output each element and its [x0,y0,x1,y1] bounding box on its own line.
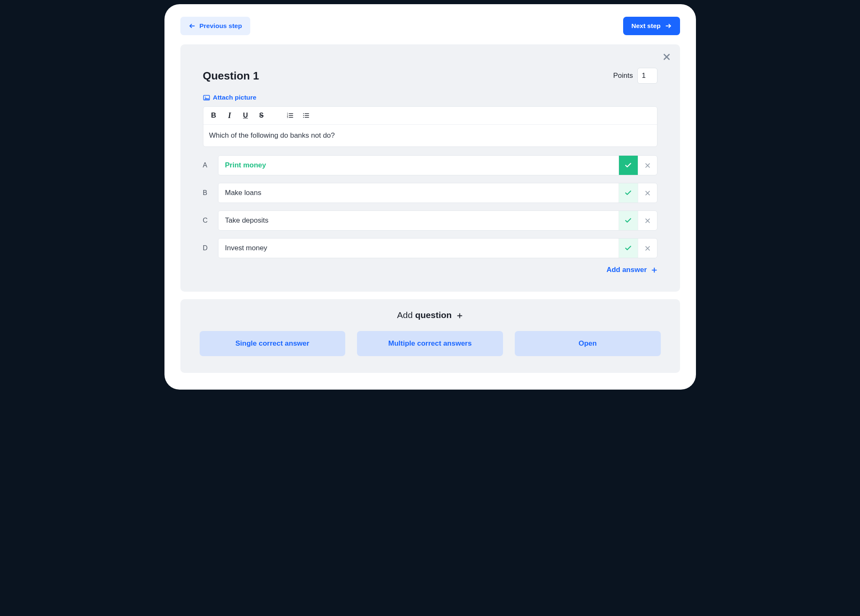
question-panel: Question 1 Points Attach picture B I U S… [180,44,680,292]
question-editor: B I U S 123 Which of the following do ba… [203,106,657,147]
check-icon [624,244,632,252]
next-step-button[interactable]: Next step [623,17,680,35]
add-question-bold: question [415,310,452,320]
add-answer-row: Add answer [203,266,657,274]
strikethrough-button[interactable]: S [257,111,266,120]
delete-answer-button[interactable] [638,211,657,230]
delete-answer-button[interactable] [638,156,657,175]
svg-point-5 [205,96,205,97]
answer-letter: D [203,238,211,258]
mark-correct-button[interactable] [619,211,638,230]
answer-row: D [203,238,657,258]
answer-letter: B [203,183,211,203]
answer-text-input[interactable] [218,239,619,258]
answer-box [218,155,657,175]
arrow-right-icon [665,23,672,29]
attach-picture-label: Attach picture [213,94,257,101]
close-panel-button[interactable] [662,53,671,61]
bold-button[interactable]: B [209,111,218,120]
answer-text-input[interactable] [218,211,619,230]
answer-box [218,210,657,231]
close-icon [644,162,651,169]
points-label: Points [613,72,633,80]
answer-letter: C [203,210,211,231]
add-answer-label: Add answer [606,266,647,274]
plus-icon [457,313,463,319]
plus-icon [651,267,657,273]
answers-list: ABCD [203,155,657,258]
answer-text-input[interactable] [218,156,619,175]
unordered-list-button[interactable] [301,111,311,120]
underline-button[interactable]: U [241,111,250,120]
add-question-prefix: Add [397,310,415,320]
italic-button[interactable]: I [225,111,234,120]
previous-step-button[interactable]: Previous step [180,17,251,35]
check-icon [624,189,632,197]
answer-row: A [203,155,657,175]
top-bar: Previous step Next step [180,17,680,35]
points-group: Points [613,68,657,84]
question-type-button[interactable]: Open [515,331,661,356]
question-type-button[interactable]: Multiple correct answers [357,331,503,356]
points-input[interactable] [637,68,657,84]
svg-point-16 [303,115,304,116]
question-types-row: Single correct answerMultiple correct an… [200,331,661,356]
next-step-label: Next step [632,22,661,30]
question-title: Question 1 [203,69,259,82]
check-icon [624,217,632,224]
app-window: Previous step Next step Question 1 Point… [164,4,696,390]
add-question-button[interactable]: Add question [200,310,661,320]
image-icon [203,94,210,101]
question-header: Question 1 Points [203,68,657,84]
svg-point-15 [303,113,304,114]
close-icon [644,190,651,196]
answer-text-input[interactable] [218,183,619,203]
add-answer-button[interactable]: Add answer [606,266,657,274]
editor-toolbar: B I U S 123 [203,107,657,125]
question-type-button[interactable]: Single correct answer [200,331,346,356]
answer-box [218,238,657,258]
previous-step-label: Previous step [200,22,242,30]
add-question-panel: Add question Single correct answerMultip… [180,299,680,373]
question-text-input[interactable]: Which of the following do banks not do? [203,125,657,146]
delete-answer-button[interactable] [638,239,657,258]
answer-row: C [203,210,657,231]
arrow-left-icon [189,23,195,29]
mark-correct-button[interactable] [619,183,638,203]
close-icon [644,245,651,252]
answer-letter: A [203,155,211,175]
close-icon [644,218,651,224]
ordered-list-button[interactable]: 123 [285,111,295,120]
mark-correct-button[interactable] [619,156,638,175]
svg-point-17 [303,117,304,118]
answer-box [218,183,657,203]
mark-correct-button[interactable] [619,239,638,258]
delete-answer-button[interactable] [638,183,657,203]
check-icon [624,162,632,169]
attach-picture-button[interactable]: Attach picture [203,94,257,101]
answer-row: B [203,183,657,203]
svg-text:3: 3 [287,116,288,118]
